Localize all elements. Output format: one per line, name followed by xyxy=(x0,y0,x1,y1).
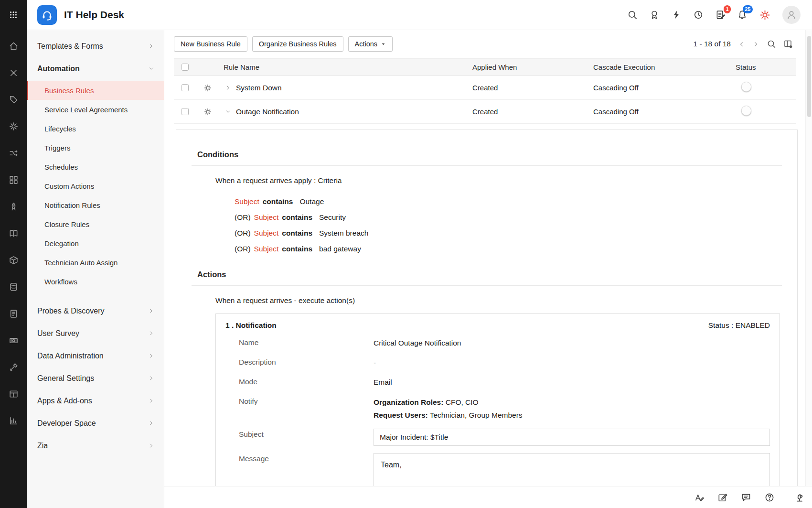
reports-icon[interactable] xyxy=(0,407,27,434)
col-applied-when[interactable]: Applied When xyxy=(472,63,593,71)
sidebar-item-business-rules[interactable]: Business Rules xyxy=(27,81,164,100)
sidebar-item-service-level-agreements[interactable]: Service Level Agreements xyxy=(27,100,164,119)
rule-settings-icon[interactable] xyxy=(203,84,212,92)
rule-name[interactable]: System Down xyxy=(236,84,472,92)
new-business-rule-button[interactable]: New Business Rule xyxy=(174,36,247,52)
sidebar-item-closure-rules[interactable]: Closure Rules xyxy=(27,215,164,234)
actions-intro: When a request arrives - execute action(… xyxy=(215,296,783,305)
design-icon[interactable] xyxy=(0,59,27,86)
search-icon[interactable] xyxy=(627,10,638,20)
sidebar-groups: Probes & DiscoveryUser SurveyData Admini… xyxy=(27,300,164,457)
sidebar-group-zia[interactable]: Zia xyxy=(27,434,164,457)
modules-icon[interactable] xyxy=(0,166,27,193)
applied-when-value: Created xyxy=(472,84,593,92)
table-row[interactable]: System Down Created Cascading Off xyxy=(174,76,796,100)
sidebar-group-data-administration[interactable]: Data Administration xyxy=(27,345,164,367)
field-label: Name xyxy=(225,337,374,347)
row-checkbox[interactable] xyxy=(182,108,189,115)
condition-field-link[interactable]: Subject xyxy=(254,229,279,237)
row-checkbox[interactable] xyxy=(182,84,189,91)
sidebar-group-general-settings[interactable]: General Settings xyxy=(27,367,164,389)
topbar-icons: 1 25 xyxy=(627,6,801,24)
notify-line: Organization Roles: CFO, CIO xyxy=(374,396,523,409)
app-logo-icon[interactable] xyxy=(37,5,57,25)
collapse-chevron-down-icon[interactable] xyxy=(225,108,231,115)
tags-icon[interactable] xyxy=(0,86,27,113)
condition-field-link[interactable]: Subject xyxy=(235,197,259,205)
edit-icon[interactable] xyxy=(694,492,705,503)
sidebar-group-automation[interactable]: Automation xyxy=(27,57,164,80)
services-icon[interactable] xyxy=(0,113,27,140)
notifications-bell-icon[interactable]: 25 xyxy=(737,10,748,20)
notification-field: Description- xyxy=(225,357,770,369)
layout-icon[interactable] xyxy=(0,380,27,407)
sidebar-group-developer-space[interactable]: Developer Space xyxy=(27,412,164,434)
notifications-badge: 25 xyxy=(743,5,753,13)
condition-field-link[interactable]: Subject xyxy=(254,213,279,221)
launch-icon[interactable] xyxy=(0,193,27,220)
prev-page-icon[interactable] xyxy=(738,41,745,48)
sidebar-item-workflows[interactable]: Workflows xyxy=(27,272,164,291)
assets-icon[interactable] xyxy=(0,247,27,273)
table-row[interactable]: Outage Notification Created Cascading Of… xyxy=(174,100,796,124)
zia-lamp-icon[interactable] xyxy=(794,492,805,503)
select-all-checkbox[interactable] xyxy=(182,64,189,71)
quick-actions-icon[interactable] xyxy=(671,10,682,20)
settings-gear-icon[interactable] xyxy=(759,9,771,21)
sidebar-item-notification-rules[interactable]: Notification Rules xyxy=(27,195,164,215)
col-cascade-execution[interactable]: Cascade Execution xyxy=(593,63,736,71)
list-search-icon[interactable] xyxy=(767,39,776,49)
history-icon[interactable] xyxy=(693,10,704,20)
knowledge-icon[interactable] xyxy=(0,220,27,247)
sidebar-item-lifecycles[interactable]: Lifecycles xyxy=(27,119,164,138)
home-icon[interactable] xyxy=(0,32,27,59)
whats-new-icon[interactable] xyxy=(649,10,660,20)
user-avatar[interactable] xyxy=(782,6,801,24)
sidebar-group-apps-add-ons[interactable]: Apps & Add-ons xyxy=(27,389,164,412)
shuffle-icon[interactable] xyxy=(0,140,27,166)
scrollbar-thumb[interactable] xyxy=(807,36,811,117)
chat-icon[interactable] xyxy=(741,492,751,503)
help-icon[interactable] xyxy=(764,492,775,503)
actions-dropdown-button[interactable]: Actions xyxy=(348,36,393,52)
billing-icon[interactable] xyxy=(0,300,27,327)
organize-business-rules-button[interactable]: Organize Business Rules xyxy=(252,36,343,52)
sidebar-group-probes-discovery[interactable]: Probes & Discovery xyxy=(27,300,164,322)
admin-sidenav: Templates & Forms Automation Business Ru… xyxy=(27,30,164,508)
rule-name[interactable]: Outage Notification xyxy=(236,108,472,116)
sidebar-item-technician-auto-assign[interactable]: Technician Auto Assign xyxy=(27,253,164,272)
sidebar-item-triggers[interactable]: Triggers xyxy=(27,138,164,157)
compose-icon[interactable] xyxy=(717,492,728,503)
pagination-text: 1 - 18 of 18 xyxy=(694,40,731,48)
sidebar-item-custom-actions[interactable]: Custom Actions xyxy=(27,176,164,195)
module-strip-icons xyxy=(0,30,27,434)
condition-criteria: contains xyxy=(282,213,312,221)
sidebar-item-label: Triggers xyxy=(44,144,70,152)
col-status[interactable]: Status xyxy=(736,63,796,71)
condition-row: (OR)SubjectcontainsSecurity xyxy=(235,209,783,225)
subject-input[interactable]: Major Incident: $Title xyxy=(374,429,770,446)
chevron-right-icon xyxy=(148,375,154,381)
database-icon[interactable] xyxy=(0,273,27,300)
cash-icon[interactable] xyxy=(0,327,27,354)
tools-icon[interactable] xyxy=(0,354,27,380)
app-window: IT Help Desk 1 25 xyxy=(0,0,812,508)
apps-grid-icon[interactable] xyxy=(0,0,27,30)
col-rule-name[interactable]: Rule Name xyxy=(196,63,472,71)
field-label: Message xyxy=(225,453,374,463)
sidebar-group-user-survey[interactable]: User Survey xyxy=(27,322,164,345)
business-rules-table: Rule Name Applied When Cascade Execution… xyxy=(174,58,796,124)
expand-chevron-right-icon[interactable] xyxy=(225,85,231,91)
sidebar-item-schedules[interactable]: Schedules xyxy=(27,157,164,176)
sidebar-group-templates-forms[interactable]: Templates & Forms xyxy=(27,35,164,57)
next-page-icon[interactable] xyxy=(752,41,759,48)
conditions-intro: When a request arrives apply : Criteria xyxy=(215,176,783,185)
field-value: Email xyxy=(374,376,392,389)
sidebar-group-label: Zia xyxy=(37,442,48,450)
approvals-icon[interactable]: 1 xyxy=(715,10,726,20)
condition-field-link[interactable]: Subject xyxy=(254,245,279,253)
column-settings-icon[interactable] xyxy=(783,39,793,49)
rule-settings-icon[interactable] xyxy=(203,108,212,116)
vertical-scrollbar[interactable] xyxy=(805,30,812,486)
sidebar-item-delegation[interactable]: Delegation xyxy=(27,234,164,253)
